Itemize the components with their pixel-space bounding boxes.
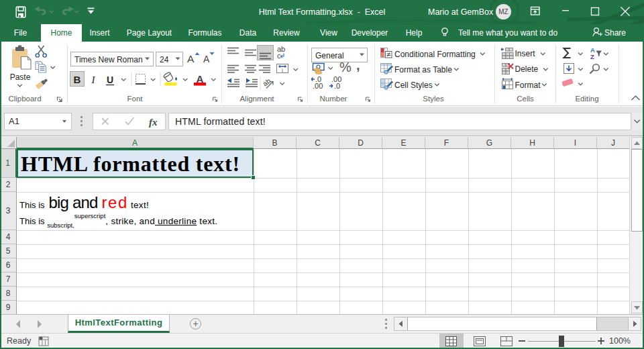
svg-text:A: A <box>203 54 210 64</box>
svg-text:c: c <box>277 52 281 60</box>
svg-text:Format as Table: Format as Table <box>394 65 452 74</box>
svg-text:General: General <box>315 51 344 60</box>
svg-text:I: I <box>91 74 96 85</box>
svg-text:,: , <box>356 58 360 72</box>
svg-text:A: A <box>187 53 195 64</box>
svg-text:B: B <box>74 74 81 85</box>
svg-text:.00: .00 <box>313 82 323 90</box>
svg-text:Times New Roman: Times New Roman <box>74 55 143 64</box>
svg-text:24: 24 <box>160 55 169 64</box>
svg-text:Cell Styles: Cell Styles <box>394 81 433 90</box>
svg-text:Conditional Formatting: Conditional Formatting <box>394 50 476 59</box>
svg-text:fx: fx <box>149 117 158 128</box>
svg-text:Paste: Paste <box>10 72 31 82</box>
svg-text:%: % <box>339 60 352 74</box>
svg-text:Z: Z <box>590 53 594 60</box>
svg-text:A: A <box>197 73 204 85</box>
svg-text:U: U <box>107 74 113 85</box>
svg-text:.0: .0 <box>334 82 340 90</box>
svg-text:Delete: Delete <box>515 64 539 74</box>
svg-text:Format: Format <box>515 81 541 90</box>
svg-text:ab: ab <box>261 77 272 88</box>
svg-text:Insert: Insert <box>515 49 536 58</box>
